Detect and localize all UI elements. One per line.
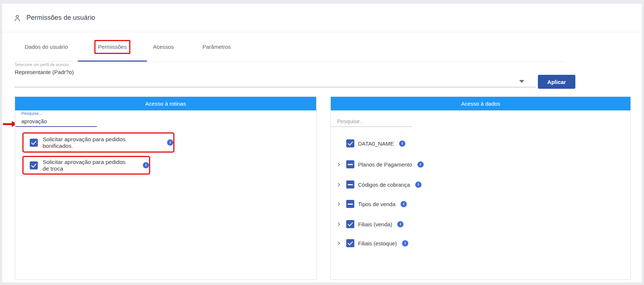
- tab-acessos[interactable]: Acessos: [147, 32, 180, 61]
- data-item-data0-name: DATA0_NAME: [336, 139, 405, 147]
- routines-panel-header: Acesso à rotinas: [15, 97, 316, 110]
- chevron-right-icon[interactable]: [336, 183, 340, 186]
- chevron-right-icon[interactable]: [336, 163, 340, 166]
- tab-label: Parâmetros: [202, 44, 231, 50]
- checkbox-checked[interactable]: [346, 220, 354, 228]
- tab-parametros[interactable]: Parâmetros: [180, 32, 253, 61]
- info-icon[interactable]: [415, 182, 422, 188]
- tab-label: Acessos: [153, 44, 174, 50]
- routines-search-label: Pesquise...: [21, 111, 42, 116]
- screen: Permissões de usuário Dados do usuário P…: [0, 0, 644, 285]
- data-item-codigos-de-cobranca: Códigos de cobrança: [336, 180, 422, 189]
- info-icon[interactable]: [143, 162, 149, 168]
- chevron-right-icon[interactable]: [336, 203, 340, 205]
- routine-item-troca: Solicitar aprovação para pedidos de troc…: [22, 156, 150, 175]
- page-header: Permissões de usuário: [2, 4, 642, 32]
- data-item-tipos-de-venda: Tipos de venda: [336, 200, 407, 208]
- data-panel-header: Acesso à dados: [331, 97, 630, 110]
- checkbox-checked[interactable]: [346, 239, 354, 247]
- info-icon[interactable]: [397, 221, 404, 227]
- data-item-planos-de-pagamento: Planos de Pagamento: [336, 160, 424, 168]
- tab-dados-do-usuario[interactable]: Dados do usuário: [15, 32, 78, 61]
- routine-item-bonificados: Solicitar aprovação para pedidos bonific…: [22, 132, 174, 153]
- data-item-label: Filiais (venda): [358, 221, 392, 227]
- info-icon[interactable]: [167, 139, 173, 146]
- routine-item-label: Solicitar aprovação para pedidos bonific…: [43, 136, 156, 149]
- tab-permissoes[interactable]: Permissões: [78, 32, 147, 61]
- data-item-label: Tipos de venda: [358, 201, 395, 207]
- checkbox-checked[interactable]: [346, 139, 354, 147]
- annotation-arrow-shaft: [3, 123, 12, 125]
- apply-button[interactable]: Aplicar: [538, 75, 575, 89]
- info-icon[interactable]: [402, 240, 408, 246]
- profile-select-label: Selecione um perfil de acesso: [15, 62, 69, 67]
- data-search-underline: [331, 127, 412, 127]
- checkbox-indeterminate[interactable]: [346, 180, 354, 189]
- page-title: Permissões de usuário: [26, 14, 95, 22]
- data-item-filiais-venda: Filiais (venda): [336, 220, 404, 228]
- routine-item-label: Solicitar aprovação para pedidos de troc…: [43, 159, 132, 172]
- main-card: Permissões de usuário Dados do usuário P…: [2, 4, 642, 282]
- checkbox-checked[interactable]: [30, 161, 38, 169]
- data-item-filiais-estoque: Filiais (estoque): [336, 239, 408, 247]
- routines-panel: Acesso à rotinas Pesquise... Solicitar a…: [15, 96, 316, 280]
- chevron-right-icon[interactable]: [336, 223, 340, 226]
- tab-label: Dados do usuário: [25, 44, 68, 50]
- chevron-right-icon[interactable]: [336, 242, 340, 245]
- data-item-label: DATA0_NAME: [358, 140, 394, 147]
- user-icon: [13, 14, 21, 22]
- routines-search-underline: [15, 126, 97, 127]
- tab-bar: Dados do usuário Permissões Acessos Parâ…: [15, 32, 565, 62]
- checkbox-indeterminate[interactable]: [346, 200, 354, 208]
- checkbox-indeterminate[interactable]: [346, 160, 354, 168]
- data-item-label: Planos de Pagamento: [358, 161, 412, 168]
- info-icon[interactable]: [399, 140, 405, 147]
- routines-search-input[interactable]: [21, 117, 95, 125]
- checkbox-checked[interactable]: [30, 139, 38, 147]
- data-item-label: Códigos de cobrança: [358, 182, 410, 188]
- profile-select-underline: [15, 87, 536, 87]
- tab-label: Permissões: [98, 44, 127, 50]
- dropdown-caret-icon[interactable]: [519, 80, 524, 83]
- info-icon[interactable]: [417, 161, 424, 168]
- profile-select-value[interactable]: Representante (Padr?o): [15, 69, 74, 75]
- data-panel: Acesso à dados DATA0_NAME Planos de Paga…: [330, 96, 631, 280]
- data-item-label: Filiais (estoque): [358, 240, 397, 246]
- data-search-input[interactable]: [337, 117, 410, 125]
- active-tab-indicator: [78, 61, 147, 62]
- info-icon[interactable]: [401, 201, 407, 207]
